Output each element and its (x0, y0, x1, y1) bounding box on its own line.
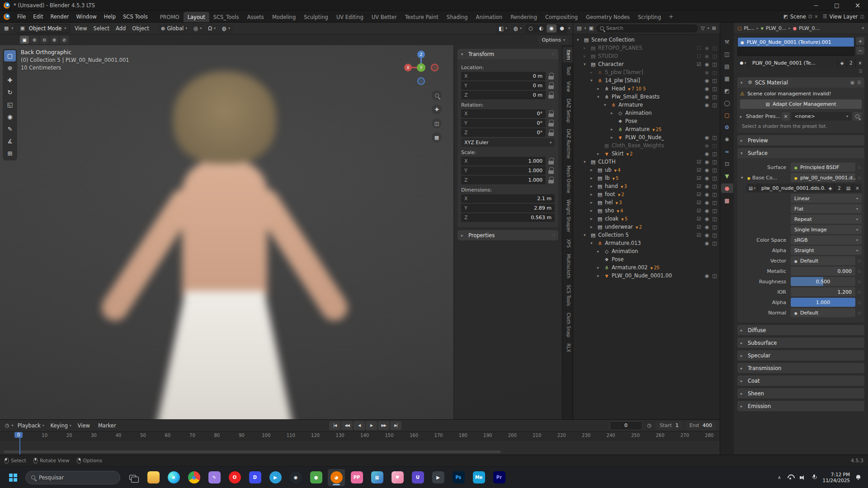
wifi-icon[interactable] (787, 474, 794, 480)
select-mode-intersect-button[interactable]: ⊘ (60, 36, 69, 44)
outliner-item-label[interactable]: Plw_Small_Breasts (612, 94, 660, 100)
viewport-canvas[interactable]: Back Orthographic (0) Collection 5 | PLW… (0, 45, 562, 419)
outliner-row[interactable]: ▾ Plw_Small_Breasts (573, 93, 720, 101)
hide-eye-icon[interactable] (705, 53, 709, 59)
outliner-row[interactable]: ▸ sho 4 ☑ (573, 206, 720, 215)
exclude-checkbox-icon[interactable]: ☑ (696, 200, 702, 206)
lock-icon[interactable] (547, 72, 555, 80)
expand-caret-icon[interactable]: ▸ (590, 192, 596, 197)
ior-slider[interactable]: 1.200 (791, 287, 855, 296)
outliner-item-label[interactable]: Armature.013 (605, 240, 641, 246)
exclude-checkbox-icon[interactable]: ☑ (696, 208, 702, 214)
render-camera-icon[interactable] (712, 86, 717, 92)
decorator-icon[interactable] (857, 269, 862, 273)
sidebar-tab[interactable]: View (562, 79, 573, 95)
lock-icon[interactable] (547, 119, 555, 127)
media-app[interactable]: ▶ (429, 469, 447, 486)
exclude-checkbox-icon[interactable]: ☑ (696, 175, 702, 181)
add-workspace-button[interactable]: + (665, 14, 677, 20)
outliner-row[interactable]: ▸ hand 3 ☑ (573, 182, 720, 190)
panel-grip-icon[interactable] (552, 52, 555, 56)
menu-item[interactable]: Edit (29, 14, 47, 20)
scene-selector[interactable]: Scene (783, 14, 818, 20)
scene-tab-icon[interactable]: ◩ (721, 86, 733, 95)
pink-app[interactable]: PP (348, 469, 365, 486)
location-field[interactable]: X0 m (461, 72, 546, 80)
rotation-field[interactable]: Z0° (461, 128, 546, 137)
timeline-scrollbar[interactable] (4, 450, 501, 453)
paint-app[interactable]: ✎ (206, 469, 223, 486)
tool-annotate[interactable]: ✎ (4, 123, 16, 135)
obs-app[interactable]: ◉ (287, 469, 304, 486)
expand-caret-icon[interactable]: ▸ (590, 168, 596, 172)
location-field[interactable]: Y0 m (461, 81, 546, 90)
normal-input-button[interactable]: Default (791, 308, 855, 317)
outliner-item-label[interactable]: sho (605, 207, 614, 214)
expand-caret-icon[interactable]: ▾ (584, 62, 590, 66)
hide-eye-icon[interactable] (705, 61, 709, 67)
shader-preset-dropdown[interactable]: <none> ▾ (791, 112, 851, 121)
render-camera-icon[interactable] (712, 78, 717, 84)
expand-caret-icon[interactable]: ▸ (597, 151, 603, 156)
material-shading-button[interactable]: ◉ (547, 24, 557, 33)
outliner-row[interactable]: ▸ foot 2 ☑ (573, 190, 720, 198)
adapt-color-management-button[interactable]: Adapt Color Management (740, 99, 862, 109)
jump-to-start-button[interactable] (329, 421, 340, 430)
select-mode-subtract-button[interactable]: ⊖ (40, 36, 49, 44)
tool-select-box[interactable]: ▢ (4, 50, 16, 61)
exclude-checkbox-icon[interactable]: ☑ (696, 159, 702, 165)
tool-cursor[interactable]: ⊕ (4, 62, 16, 74)
collapsed-panel-header[interactable]: Coat (737, 375, 864, 386)
alpha-slider[interactable]: 1.000 (791, 298, 855, 307)
hide-eye-icon[interactable] (705, 200, 709, 206)
outliner-item-label[interactable]: Pose (612, 256, 624, 263)
render-camera-icon[interactable] (712, 70, 717, 75)
tool-rotate[interactable]: ↻ (4, 87, 16, 98)
outliner-row[interactable]: ▸ underwear 2 ☑ (573, 223, 720, 231)
sidebar-tab[interactable]: RLX (562, 341, 573, 355)
render-camera-icon[interactable] (712, 102, 717, 108)
panel-pin-icon[interactable]: ▣ (850, 80, 854, 85)
hide-eye-icon[interactable] (705, 216, 709, 222)
hide-eye-icon[interactable] (705, 94, 709, 100)
expand-caret-icon[interactable]: ▾ (584, 160, 590, 164)
sidebar-tab[interactable]: XPS (562, 236, 573, 250)
wireframe-shading-button[interactable]: ○ (526, 24, 536, 33)
sidebar-tab[interactable]: Weight Shaper (562, 197, 573, 235)
outliner-item-label[interactable]: RETOPO_PLANES (598, 45, 642, 51)
outliner-row[interactable]: ▾ Armature (573, 101, 720, 109)
expand-caret-icon[interactable]: ▸ (584, 54, 590, 58)
chrome-browser[interactable]: ● (185, 469, 203, 486)
solid-shading-button[interactable]: ◐ (536, 24, 546, 33)
outliner-item-label[interactable]: Armature (618, 102, 643, 108)
tool-transform[interactable]: ◉ (4, 111, 16, 122)
timeline-menu-item[interactable]: Playback▾ (14, 422, 47, 429)
scs-material-panel-header[interactable]: ⚙ SCS Material ▣☰ (737, 77, 864, 88)
filter-funnel-icon[interactable]: ▽ (701, 25, 704, 31)
expand-caret-icon[interactable]: ▸ (584, 46, 590, 50)
menu-item[interactable]: File (14, 14, 29, 20)
outliner-item-label[interactable]: Head (612, 85, 625, 92)
sidebar-tab[interactable]: Cloth Snap (562, 310, 573, 340)
surface-panel-header[interactable]: Surface (737, 148, 864, 158)
hide-eye-icon[interactable] (705, 208, 709, 214)
outliner-search[interactable] (596, 24, 698, 33)
expand-caret-icon[interactable]: ▸ (611, 111, 617, 115)
pan-icon[interactable] (432, 104, 442, 114)
outliner-row[interactable]: ▸ Armature.002 25 (573, 263, 720, 272)
exclude-checkbox-icon[interactable]: ☑ (696, 192, 702, 197)
workspace-tab[interactable]: Animation (472, 12, 507, 22)
overlays-toggle[interactable]: ◍▾ (511, 24, 524, 33)
hide-eye-icon[interactable] (705, 70, 709, 75)
outliner-item-label[interactable]: ub (605, 167, 612, 173)
hide-eye-icon[interactable] (705, 159, 709, 165)
render-camera-icon[interactable] (712, 94, 717, 100)
outliner-item-label[interactable]: Skirt (612, 150, 623, 157)
tool-move[interactable]: ✚ (4, 75, 16, 86)
gizmo-z-negative-axis[interactable] (417, 77, 425, 85)
outliner-row[interactable]: ▸ Armature 25 (573, 125, 720, 133)
outliner-row[interactable]: ▸ Animation (573, 247, 720, 255)
outliner-row[interactable]: ▸ Head 7 10 5 (573, 84, 720, 93)
render-camera-icon[interactable] (712, 183, 717, 189)
navigation-gizmo[interactable]: Z X Y (404, 51, 439, 85)
